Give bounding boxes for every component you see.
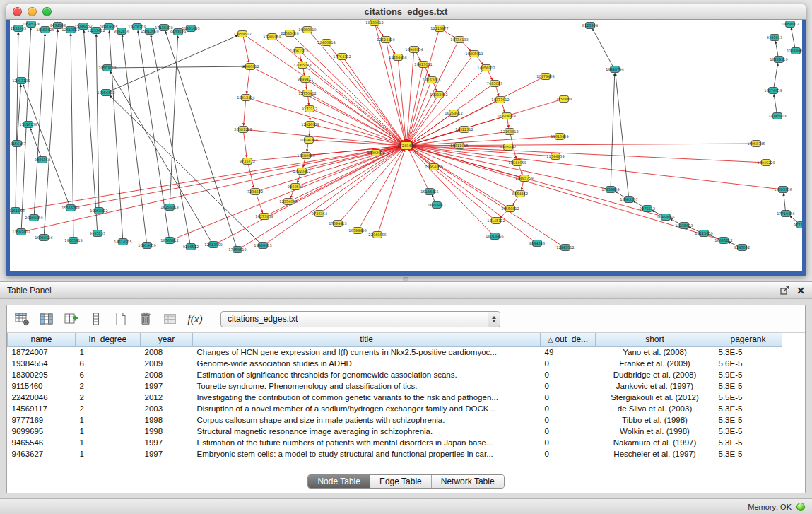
table-row[interactable]: 1872400712008Changes of HCN gene express… — [8, 346, 782, 358]
graph-edge[interactable] — [300, 54, 301, 62]
graph-edge[interactable] — [411, 147, 517, 192]
graph-edge[interactable] — [173, 147, 402, 239]
table-cell[interactable]: Wolkin et al. (1998) — [596, 426, 714, 437]
column-header-title[interactable]: title — [193, 333, 541, 346]
graph-edge[interactable] — [308, 81, 402, 144]
table-cell[interactable]: 1998 — [141, 426, 193, 437]
table-row[interactable]: 1456911722003Disruption of a novel membe… — [8, 403, 782, 414]
table-cell[interactable]: Nakamura et al. (1997) — [596, 437, 714, 448]
table-cell[interactable]: 1998 — [141, 414, 193, 426]
table-cell[interactable]: 1997 — [141, 437, 193, 448]
table-cell[interactable]: Dudbridge et al. (2008) — [596, 369, 714, 380]
table-cell[interactable]: 2008 — [141, 346, 193, 358]
graph-edge[interactable] — [462, 42, 471, 51]
table-cell[interactable]: 1 — [76, 426, 141, 437]
table-cell[interactable]: Hescheler et al. (1997) — [596, 448, 714, 460]
window-titlebar[interactable]: citations_edges.txt — [6, 4, 806, 20]
graph-edge[interactable] — [432, 195, 435, 203]
panel-divider[interactable] — [0, 276, 812, 281]
table-cell[interactable]: 2009 — [141, 358, 193, 369]
table-cell[interactable]: 0 — [541, 392, 596, 403]
table-cell[interactable]: 18300295 — [8, 369, 76, 380]
graph-edge[interactable] — [247, 69, 249, 94]
table-cell[interactable]: Estimation of significance thresholds fo… — [193, 369, 541, 380]
table-cell[interactable]: 2 — [76, 380, 141, 392]
graph-edge[interactable] — [244, 100, 246, 126]
graph-edge[interactable] — [433, 83, 437, 91]
divider-handle[interactable] — [403, 277, 408, 281]
graph-edge[interactable] — [151, 35, 190, 244]
graph-edge[interactable] — [313, 110, 402, 144]
graph-edge[interactable] — [774, 94, 777, 113]
table-cell[interactable]: 9777169 — [8, 414, 76, 426]
table-cell[interactable]: 14569117 — [8, 403, 76, 414]
graph-edge[interactable] — [110, 35, 238, 91]
zoom-window-button[interactable] — [42, 7, 52, 16]
graph-edge[interactable] — [303, 68, 305, 76]
graph-edge[interactable] — [306, 82, 307, 90]
graph-edge[interactable] — [442, 30, 455, 37]
table-cell[interactable]: Estimation of the future numbers of pati… — [193, 437, 541, 448]
column-header-short[interactable]: short — [596, 333, 714, 346]
close-panel-icon[interactable]: ✕ — [796, 286, 805, 296]
graph-edge[interactable] — [23, 84, 70, 205]
minimize-window-button[interactable] — [28, 7, 37, 16]
graph-edge[interactable] — [248, 164, 254, 188]
table-cell[interactable]: 1 — [76, 448, 141, 460]
new-file-button[interactable] — [112, 310, 130, 328]
table-cell[interactable]: 0 — [541, 414, 596, 426]
table-cell[interactable]: Tourette syndrome. Phenomenology and cla… — [193, 380, 541, 392]
select-columns-button[interactable] — [37, 310, 56, 328]
graph-edge[interactable] — [30, 128, 42, 157]
column-header-pagerank[interactable]: pagerank — [714, 333, 782, 346]
graph-edge[interactable] — [244, 132, 247, 158]
table-cell[interactable]: 5.3E-5 — [714, 426, 782, 437]
table-cell[interactable]: 5.9E-5 — [714, 369, 782, 380]
table-cell[interactable]: 1 — [76, 414, 141, 426]
graph-edge[interactable] — [774, 63, 778, 88]
table-cell[interactable]: 9463627 — [8, 448, 76, 460]
graph-edge[interactable] — [507, 119, 509, 128]
table-cell[interactable]: 2012 — [141, 392, 193, 403]
graph-edge[interactable] — [784, 193, 786, 211]
table-cell[interactable]: 49 — [541, 346, 596, 358]
graph-edge[interactable] — [409, 97, 437, 142]
table-cell[interactable]: 0 — [541, 426, 596, 437]
table-cell[interactable]: 1 — [76, 346, 141, 358]
table-cell[interactable]: 0 — [541, 358, 596, 369]
table-cell[interactable]: Embryonic stem cells: a model to study s… — [193, 448, 541, 460]
table-cell[interactable]: Franke et al. (2009) — [596, 358, 714, 369]
tab-network-table[interactable]: Network Table — [431, 475, 504, 488]
table-cell[interactable]: 0 — [541, 437, 596, 448]
graph-edge[interactable] — [359, 149, 404, 228]
graph-edge[interactable] — [502, 103, 505, 112]
graph-edge[interactable] — [791, 28, 795, 48]
memory-status-icon[interactable] — [796, 503, 805, 511]
row-options-button[interactable] — [87, 310, 105, 328]
network-canvas[interactable]: 2552065105452261816342596345081261065115… — [10, 20, 802, 271]
table-cell[interactable]: Yano et al. (2008) — [596, 346, 714, 358]
graph-edge[interactable] — [111, 66, 245, 68]
graph-edge[interactable] — [290, 189, 294, 198]
graph-edge[interactable] — [616, 73, 629, 197]
table-cell[interactable]: Genome-wide association studies in ADHD. — [193, 358, 541, 369]
table-cell[interactable]: 0 — [541, 448, 596, 460]
graph-edge[interactable] — [377, 25, 383, 36]
graph-edge[interactable] — [310, 127, 310, 136]
network-graph[interactable]: 2552065105452261816342596345081261065115… — [10, 20, 802, 271]
graph-edge[interactable] — [411, 146, 779, 189]
graph-edge[interactable] — [17, 84, 20, 141]
table-cell[interactable]: Jankovic et al. (1997) — [596, 380, 714, 392]
graph-edge[interactable] — [388, 42, 395, 54]
table-cell[interactable]: 0 — [541, 369, 596, 380]
table-cell[interactable]: Investigating the contribution of common… — [193, 392, 541, 403]
table-cell[interactable]: 5.3E-5 — [714, 403, 782, 414]
column-header-year[interactable]: year — [141, 333, 193, 346]
graph-edge[interactable] — [425, 67, 429, 77]
table-cell[interactable]: Tibbo et al. (1998) — [596, 414, 714, 426]
table-cell[interactable]: 5.3E-5 — [714, 437, 782, 448]
add-column-button[interactable] — [62, 310, 81, 328]
graph-edge[interactable] — [21, 28, 30, 229]
column-header-in_degree[interactable]: in_degree — [76, 333, 141, 346]
table-cell[interactable]: 0 — [541, 403, 596, 414]
